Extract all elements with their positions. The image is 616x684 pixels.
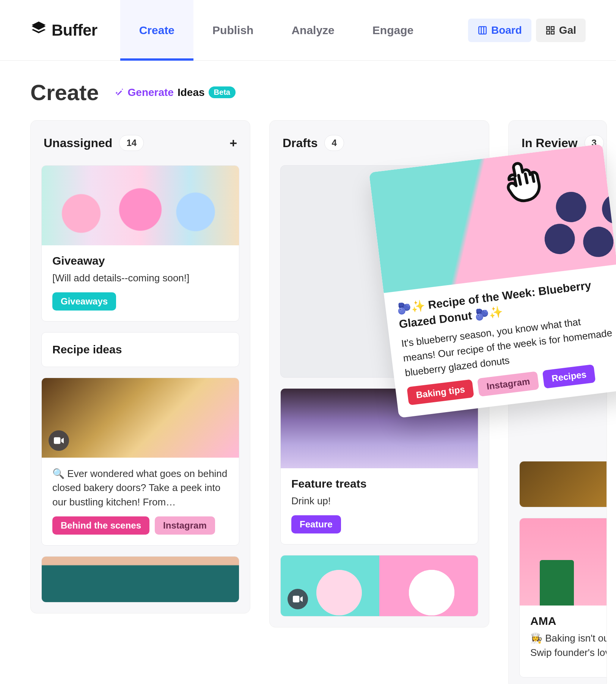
svg-line-11 [533,175,534,182]
page-header: Create Generate Ideas Beta [0,61,616,120]
gallery-grid-icon [545,25,555,35]
count-badge: 4 [324,135,344,151]
column-header: Unassigned 14 + [41,131,239,155]
column-header: Drafts 4 [280,131,478,155]
brand-logo[interactable]: Buffer [30,20,97,41]
video-badge-icon [288,589,308,609]
card-title: Giveaway [52,254,228,267]
card-title: AMA [530,615,607,628]
gallery-view-label: Gal [559,24,576,36]
card-ama[interactable]: AMA 👩‍🍳 Baking isn't our story. Swip fou… [519,518,607,678]
card-behind-scenes[interactable]: 🔍 Ever wondered what goes on behind clos… [41,378,239,546]
magic-wand-icon [114,88,124,97]
add-card-button[interactable]: + [229,136,237,151]
card-text: Drink up! [291,494,467,508]
card-image-pink-room [520,518,607,606]
tag-giveaways[interactable]: Giveaways [52,292,116,311]
card-image-donuts [42,378,239,458]
card-text: 👩‍🍳 Baking isn't our story. Swip founder… [530,631,607,660]
count-badge: 14 [119,135,144,151]
svg-rect-0 [479,27,486,34]
card-image-donuts-side [520,461,607,507]
card-text: [Will add details--coming soon!] [52,271,228,286]
tag-behind-scenes[interactable]: Behind the scenes [52,516,149,535]
svg-line-10 [525,174,527,183]
page-title: Create [30,80,99,105]
svg-line-9 [519,175,520,184]
card-storefront[interactable] [41,556,239,602]
video-badge-icon [49,430,69,451]
buffer-stack-icon [30,20,47,41]
svg-rect-4 [551,27,554,30]
column-unassigned: Unassigned 14 + Giveaway [Will add detai… [30,120,250,613]
card-text: 🔍 Ever wondered what goes on behind clos… [52,467,228,510]
kanban-board: Unassigned 14 + Giveaway [Will add detai… [0,120,616,684]
svg-rect-8 [293,596,299,602]
tab-analyze[interactable]: Analyze [272,0,353,61]
tag-recipes[interactable]: Recipes [542,364,596,389]
tag-instagram[interactable]: Instagram [155,516,215,535]
main-tabs: Create Publish Analyze Engage [120,0,432,61]
top-nav: Buffer Create Publish Analyze Engage Boa… [0,0,616,61]
view-switch: Board Gal [468,19,586,42]
card-image-cupcakes [42,166,239,245]
column-title: Drafts [283,136,317,150]
card-image-storefront [42,557,239,602]
card-split-donuts[interactable] [280,555,478,617]
tab-engage[interactable]: Engage [354,0,432,61]
svg-rect-3 [547,27,550,30]
generate-label-2: Ideas [178,86,205,99]
svg-rect-5 [547,31,550,34]
generate-label-1: Generate [128,86,174,99]
svg-rect-7 [54,437,60,444]
brand-name: Buffer [52,21,97,39]
board-view-button[interactable]: Board [468,19,531,42]
card-image-split-donuts [281,555,478,616]
card-title: Feature treats [291,477,467,490]
tab-publish[interactable]: Publish [193,0,272,61]
card-recipe-ideas[interactable]: Recipe ideas [41,332,239,367]
generate-ideas-button[interactable]: Generate Ideas Beta [114,86,236,99]
card-title: Recipe ideas [52,343,228,356]
board-view-label: Board [491,24,522,36]
tag-instagram[interactable]: Instagram [477,371,539,397]
tag-feature[interactable]: Feature [291,515,341,533]
dragging-card-recipe-week[interactable]: 🫐✨ Recipe of the Week: Blueberry Glazed … [369,144,616,418]
beta-badge: Beta [209,86,236,98]
gallery-view-button[interactable]: Gal [536,19,586,42]
tab-create[interactable]: Create [120,0,193,61]
column-title: Unassigned [44,136,112,150]
board-icon [478,25,487,35]
tag-baking-tips[interactable]: Baking tips [407,379,474,405]
drag-cursor-hand-icon [493,150,550,208]
card-giveaway[interactable]: Giveaway [Will add details--coming soon!… [41,165,239,322]
svg-rect-6 [551,31,554,34]
card-inreview-donuts[interactable] [519,461,607,507]
